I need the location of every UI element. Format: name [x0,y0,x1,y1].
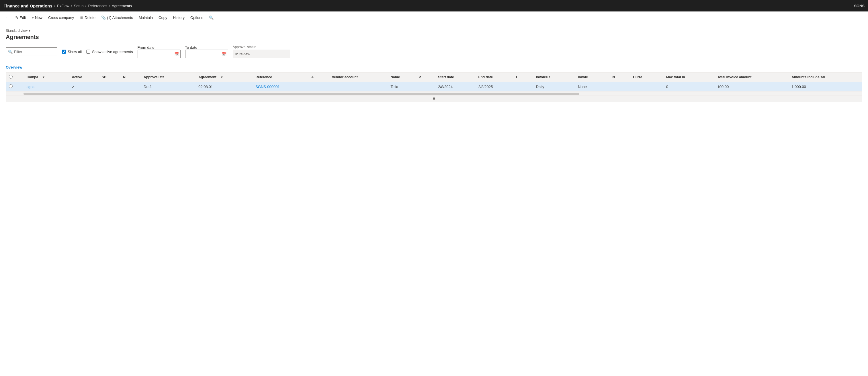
breadcrumb-exflow[interactable]: ExFlow [57,4,69,8]
options-button[interactable]: Options [188,15,206,21]
filter-icon-company: ▼ [42,76,45,79]
show-all-checkbox-label[interactable]: Show all [62,50,82,54]
th-end-date[interactable]: End date [475,73,514,82]
th-currency[interactable]: Curre... [630,73,663,82]
new-button[interactable]: + New [29,15,45,21]
th-start-date[interactable]: Start date [435,73,475,82]
breadcrumb-sep-2: › [71,4,72,8]
table-header-row: Compa... ▼ Active SBI N... Approval sta.… [6,73,862,82]
cell-company: sgns [24,82,69,91]
th-p[interactable]: P... [416,73,435,82]
breadcrumb-sep-4: › [109,4,110,8]
resize-handle[interactable]: ≡ [6,95,862,102]
cell-invoice-r: Daily [533,82,575,91]
calendar-icon-2: 📅 [222,52,226,56]
cross-company-button[interactable]: Cross company [46,15,76,21]
th-invoice2[interactable]: Invoic... [575,73,610,82]
search-icon: 🔍 [209,16,214,20]
approval-status-value: In review [233,50,290,58]
cell-end-date: 2/8/2025 [475,82,514,91]
th-name[interactable]: Name [388,73,416,82]
action-toolbar: ← ✎ Edit + New Cross company 🗑 Delete 📎 … [0,11,868,24]
filters-row: 🔍 Show all Show active agreements From d… [6,45,862,58]
th-amounts-include[interactable]: Amounts include sal [788,73,862,82]
back-icon: ← [6,16,9,20]
from-date-field-group: From date 📅 [137,45,181,58]
show-all-checkbox[interactable] [62,50,66,54]
search-toolbar-button[interactable]: 🔍 [207,15,216,21]
cell-reference: SGNS-000001 [252,82,308,91]
breadcrumb-sep-1: › [54,4,55,8]
cell-n2 [610,82,630,91]
th-invoice-r[interactable]: Invoice r... [533,73,575,82]
to-date-field-group: To date 📅 [185,45,228,58]
copy-button[interactable]: Copy [156,15,169,21]
cell-invoice2: None [575,82,610,91]
cell-currency [630,82,663,91]
row-radio[interactable] [9,84,12,88]
filter-input[interactable] [6,47,57,56]
scrollbar-thumb[interactable] [24,93,580,95]
breadcrumb-agreements[interactable]: Agreements [112,4,132,8]
agreements-table-wrap: Compa... ▼ Active SBI N... Approval sta.… [6,72,862,92]
th-approval-status[interactable]: Approval sta... [141,73,195,82]
cell-total-invoice: 100.00 [714,82,788,91]
show-active-checkbox-label[interactable]: Show active agreements [86,50,133,54]
company-link[interactable]: sgns [26,85,34,89]
cell-vendor-account [329,82,388,91]
th-vendor-account[interactable]: Vendor account [329,73,388,82]
approval-status-label: Approval status [233,45,290,49]
reference-link[interactable]: SGNS-000001 [255,85,280,89]
delete-button[interactable]: 🗑 Delete [78,15,98,21]
th-n[interactable]: N... [120,73,141,82]
attachments-button[interactable]: 📎 (1) Attachments [99,15,135,21]
to-date-input-wrap: 📅 [185,50,228,58]
top-nav: Finance and Operations › ExFlow › Setup … [0,0,868,11]
cell-name: Telia [388,82,416,91]
main-content: Standard view ▾ Agreements 🔍 Show all Sh… [0,24,868,376]
tab-overview[interactable]: Overview [6,63,22,72]
table-row[interactable]: sgns ✓ Draft 02.08.01 SGNS-000001 Telia [6,82,862,91]
th-n2[interactable]: N... [610,73,630,82]
from-date-input-wrap: 📅 [137,50,181,58]
th-sbi[interactable]: SBI [99,73,120,82]
th-agreement[interactable]: Agreement... ▼ [195,73,252,82]
app-name: Finance and Operations [3,3,53,8]
chevron-down-icon: ▾ [29,29,30,33]
from-date-label: From date [137,45,181,50]
cell-max-total: 0 [663,82,715,91]
page-title: Agreements [6,34,862,40]
th-active[interactable]: Active [69,73,99,82]
plus-icon: + [32,16,34,20]
breadcrumb-setup[interactable]: Setup [74,4,84,8]
horizontal-scrollbar[interactable] [6,92,862,95]
maintain-button[interactable]: Maintain [136,15,155,21]
th-max-total[interactable]: Max total in... [663,73,715,82]
breadcrumb-references[interactable]: References [88,4,107,8]
th-reference[interactable]: Reference [252,73,308,82]
cell-n [120,82,141,91]
history-button[interactable]: History [170,15,187,21]
back-button[interactable]: ← [3,15,12,21]
cell-sbi [99,82,120,91]
show-active-checkbox[interactable] [86,50,90,54]
cell-amounts-include: 1,000.00 [788,82,862,91]
user-name: SGNS [854,4,865,8]
edit-button[interactable]: ✎ Edit [13,15,28,21]
cell-l [513,82,533,91]
cell-approval-status: Draft [141,82,195,91]
th-total-invoice[interactable]: Total invoice amount [714,73,788,82]
filter-search-icon: 🔍 [8,50,12,54]
to-date-label: To date [185,45,228,50]
overview-tab-bar: Overview [6,63,862,72]
cell-active: ✓ [69,82,99,91]
delete-icon: 🗑 [80,16,84,20]
cell-start-date: 2/8/2024 [435,82,475,91]
agreements-table: Compa... ▼ Active SBI N... Approval sta.… [6,73,862,91]
standard-view-selector[interactable]: Standard view ▾ [6,29,862,33]
select-all-radio[interactable] [9,75,12,79]
th-company[interactable]: Compa... ▼ [24,73,69,82]
calendar-icon: 📅 [174,52,179,56]
th-l[interactable]: L... [513,73,533,82]
th-a[interactable]: A... [308,73,329,82]
